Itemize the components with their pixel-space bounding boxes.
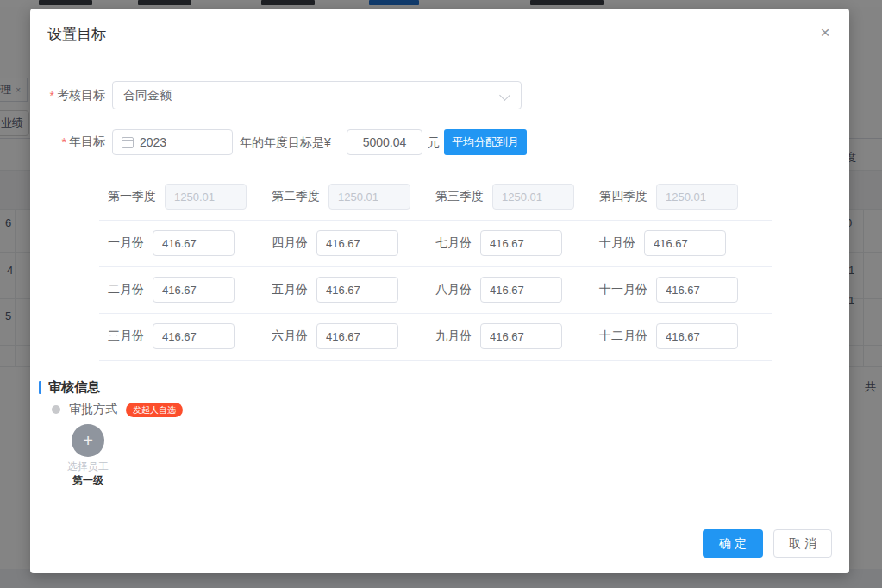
audit-section-header: 审核信息: [39, 379, 100, 396]
month-dec-input[interactable]: [656, 323, 738, 349]
month-feb-group: 二月份: [108, 277, 235, 303]
quarter-4-group: 第四季度: [599, 184, 738, 210]
month-sep-label: 九月份: [435, 328, 472, 344]
quarter-3-group: 第三季度: [435, 184, 574, 210]
section-divider: [99, 266, 772, 267]
month-oct-group: 十月份: [599, 230, 726, 256]
approval-method-badge: 发起人自选: [126, 403, 183, 417]
month-jan-group: 一月份: [108, 230, 235, 256]
month-feb-label: 二月份: [108, 282, 144, 297]
approval-method-label: 审批方式: [69, 402, 117, 417]
section-divider: [99, 220, 772, 221]
confirm-button[interactable]: 确 定: [703, 529, 763, 558]
month-mar-input[interactable]: [153, 323, 235, 349]
annual-amount-input[interactable]: [347, 129, 422, 155]
approval-method-row: 审批方式 发起人自选: [52, 402, 183, 417]
quarter-4-label: 第四季度: [599, 189, 647, 204]
set-goal-dialog: 设置目标 × * 考核目标 合同金额 * 年目标 2023 年的年度目标是¥ 元…: [30, 9, 849, 573]
dialog-title: 设置目标: [47, 24, 106, 44]
quarter-3-label: 第三季度: [435, 189, 484, 204]
assess-target-select[interactable]: 合同金额: [112, 81, 522, 109]
year-target-label: * 年目标: [30, 134, 105, 150]
quarter-1-label: 第一季度: [108, 189, 156, 204]
quarter-1-group: 第一季度: [108, 184, 247, 210]
month-dec-group: 十二月份: [599, 323, 738, 349]
month-sep-group: 九月份: [435, 323, 562, 349]
chevron-down-icon: [499, 90, 510, 101]
month-jan-input[interactable]: [153, 230, 235, 256]
month-nov-input[interactable]: [656, 277, 738, 303]
audit-section-title: 审核信息: [48, 379, 100, 396]
month-oct-input[interactable]: [644, 230, 726, 256]
section-divider: [99, 313, 772, 314]
cancel-button[interactable]: 取 消: [773, 529, 832, 558]
month-jan-label: 一月份: [108, 235, 144, 251]
month-mar-group: 三月份: [108, 323, 235, 349]
month-aug-group: 八月份: [435, 277, 562, 303]
distribute-monthly-button[interactable]: 平均分配到月: [444, 129, 527, 155]
section-accent-bar: [39, 381, 41, 394]
month-sep-input[interactable]: [480, 323, 562, 349]
month-may-label: 五月份: [272, 282, 308, 297]
section-divider: [99, 360, 772, 361]
quarter-2-group: 第二季度: [272, 184, 410, 210]
month-aug-input[interactable]: [480, 277, 562, 303]
yuan-unit-label: 元: [428, 129, 440, 155]
month-jun-input[interactable]: [316, 323, 398, 349]
month-jun-group: 六月份: [272, 323, 398, 349]
radio-dot-icon[interactable]: [52, 405, 60, 414]
month-jul-input[interactable]: [480, 230, 562, 256]
month-nov-label: 十一月份: [599, 282, 647, 297]
assess-target-label: * 考核目标: [30, 88, 105, 103]
quarter-3-input: [492, 184, 574, 210]
month-oct-label: 十月份: [599, 235, 635, 251]
close-icon[interactable]: ×: [813, 21, 837, 45]
quarter-2-input: [328, 184, 410, 210]
add-employee-label: 选择员工: [53, 460, 122, 474]
assess-target-value: 合同金额: [123, 88, 172, 103]
year-target-middle-text: 年的年度目标是¥: [240, 129, 331, 155]
month-jul-group: 七月份: [435, 230, 562, 256]
month-aug-label: 八月份: [435, 282, 472, 297]
month-jul-label: 七月份: [435, 235, 472, 251]
year-target-label-text: 年目标: [69, 134, 105, 150]
plus-icon: +: [83, 431, 93, 451]
month-apr-input[interactable]: [316, 230, 398, 256]
month-feb-input[interactable]: [153, 277, 235, 303]
month-dec-label: 十二月份: [599, 328, 647, 344]
quarter-2-label: 第二季度: [272, 189, 320, 204]
month-apr-label: 四月份: [272, 235, 308, 251]
month-may-input[interactable]: [316, 277, 398, 303]
year-value: 2023: [140, 135, 166, 149]
month-may-group: 五月份: [272, 277, 398, 303]
quarter-4-input: [656, 184, 738, 210]
quarter-1-input: [165, 184, 247, 210]
required-mark: *: [50, 89, 54, 103]
add-employee-button[interactable]: +: [72, 424, 104, 457]
calendar-icon: [122, 137, 134, 148]
assess-target-label-text: 考核目标: [57, 88, 105, 103]
month-mar-label: 三月份: [108, 328, 144, 344]
year-picker-input[interactable]: 2023: [112, 129, 233, 155]
month-jun-label: 六月份: [272, 328, 308, 344]
month-apr-group: 四月份: [272, 230, 398, 256]
required-mark: *: [62, 135, 66, 149]
approval-level-label: 第一级: [53, 473, 122, 488]
month-nov-group: 十一月份: [599, 277, 738, 303]
